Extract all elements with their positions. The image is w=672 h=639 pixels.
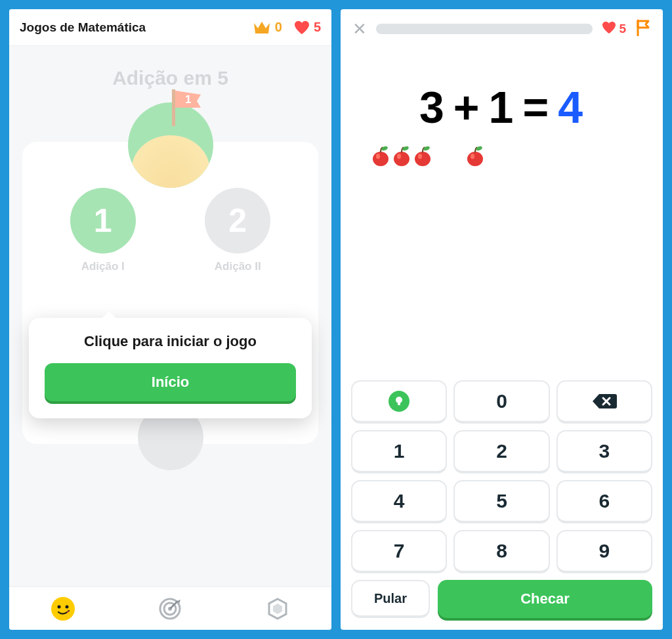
key-7[interactable]: 7 bbox=[351, 530, 447, 573]
svg-rect-0 bbox=[172, 89, 175, 126]
apple-visual bbox=[358, 144, 646, 167]
svg-point-20 bbox=[402, 145, 409, 151]
key-9[interactable]: 9 bbox=[556, 530, 652, 573]
tab-bar bbox=[9, 586, 331, 630]
level-label: Adição I bbox=[70, 260, 136, 273]
key-6[interactable]: 6 bbox=[556, 480, 652, 523]
popover-text: Clique para iniciar o jogo bbox=[45, 332, 296, 351]
heart-icon bbox=[602, 21, 616, 37]
home-header: Jogos de Matemática 0 5 bbox=[9, 9, 331, 46]
key-2[interactable]: 2 bbox=[453, 430, 549, 474]
operator: + bbox=[453, 81, 481, 133]
level-number: 1 bbox=[70, 188, 136, 253]
skip-button[interactable]: Pular bbox=[351, 580, 430, 618]
levels-row-1: 1 Adição I 2 Adição II bbox=[22, 188, 318, 273]
tab-goals[interactable] bbox=[157, 596, 183, 622]
hint-button[interactable] bbox=[351, 380, 447, 424]
svg-marker-14 bbox=[273, 604, 282, 614]
question-screen: ✕ 5 3 + 1 = 4 bbox=[341, 9, 663, 630]
flag-number: 1 bbox=[185, 93, 191, 106]
close-icon[interactable]: ✕ bbox=[352, 19, 367, 39]
crown-icon bbox=[253, 20, 271, 35]
apple-group-b bbox=[465, 144, 485, 167]
svg-point-26 bbox=[475, 145, 482, 151]
question-header: ✕ 5 bbox=[341, 9, 663, 49]
svg-point-25 bbox=[471, 154, 474, 159]
svg-point-23 bbox=[423, 145, 430, 151]
keypad: 0 1 2 3 4 5 6 7 8 9 Pular Checar bbox=[341, 371, 663, 630]
heart-count: 5 bbox=[619, 22, 626, 36]
key-3[interactable]: 3 bbox=[556, 430, 652, 474]
tab-settings[interactable] bbox=[264, 596, 291, 622]
start-button[interactable]: Início bbox=[45, 363, 296, 401]
home-body: Adição em 5 1 1 Adição I 2 bbox=[9, 46, 331, 586]
svg-point-8 bbox=[65, 605, 68, 608]
level-label: Adição II bbox=[205, 260, 270, 273]
key-0[interactable]: 0 bbox=[453, 380, 549, 424]
hearts: 5 bbox=[602, 21, 626, 37]
key-1[interactable]: 1 bbox=[351, 430, 447, 474]
svg-point-24 bbox=[467, 152, 483, 166]
svg-point-27 bbox=[396, 397, 402, 403]
apple-icon bbox=[413, 144, 432, 167]
level-number: 2 bbox=[205, 188, 270, 253]
progress-bar bbox=[376, 24, 593, 34]
question-body: 3 + 1 = 4 bbox=[341, 49, 663, 371]
equation: 3 + 1 = 4 bbox=[358, 81, 646, 133]
svg-point-16 bbox=[376, 154, 380, 159]
crown-count: 0 bbox=[275, 20, 282, 35]
operand-a: 3 bbox=[419, 81, 446, 133]
key-5[interactable]: 5 bbox=[453, 480, 549, 523]
header-stats: 0 5 bbox=[253, 20, 321, 35]
heart-count: 5 bbox=[314, 20, 321, 35]
home-screen: Jogos de Matemática 0 5 Adição em 5 1 bbox=[9, 9, 331, 630]
backspace-button[interactable] bbox=[556, 380, 652, 424]
key-4[interactable]: 4 bbox=[351, 480, 447, 523]
tab-home[interactable] bbox=[50, 596, 76, 622]
answer: 4 bbox=[558, 81, 584, 133]
key-8[interactable]: 8 bbox=[453, 530, 549, 573]
report-flag-icon[interactable] bbox=[635, 19, 651, 39]
svg-point-22 bbox=[418, 154, 422, 159]
lightbulb-icon bbox=[388, 391, 410, 412]
flag-icon: 1 bbox=[167, 89, 206, 129]
svg-point-19 bbox=[397, 154, 401, 159]
apple-icon bbox=[371, 144, 390, 167]
apple-icon bbox=[392, 144, 411, 167]
level-1[interactable]: 1 Adição I bbox=[70, 188, 136, 273]
check-button[interactable]: Checar bbox=[438, 580, 652, 618]
svg-point-15 bbox=[373, 152, 388, 166]
heart-icon bbox=[294, 20, 310, 35]
svg-point-18 bbox=[394, 152, 410, 166]
svg-point-17 bbox=[381, 145, 388, 151]
apple-group-a bbox=[371, 144, 432, 167]
section-badge: 1 bbox=[9, 102, 331, 175]
operand-b: 1 bbox=[489, 81, 515, 133]
level-2[interactable]: 2 Adição II bbox=[205, 188, 270, 273]
apple-icon bbox=[465, 144, 485, 167]
svg-point-21 bbox=[415, 152, 430, 166]
app-title: Jogos de Matemática bbox=[20, 20, 146, 35]
svg-rect-28 bbox=[398, 403, 400, 405]
start-popover: Clique para iniciar o jogo Início bbox=[29, 318, 312, 418]
svg-point-7 bbox=[57, 605, 60, 608]
svg-point-6 bbox=[51, 597, 75, 621]
equals: = bbox=[522, 81, 550, 133]
